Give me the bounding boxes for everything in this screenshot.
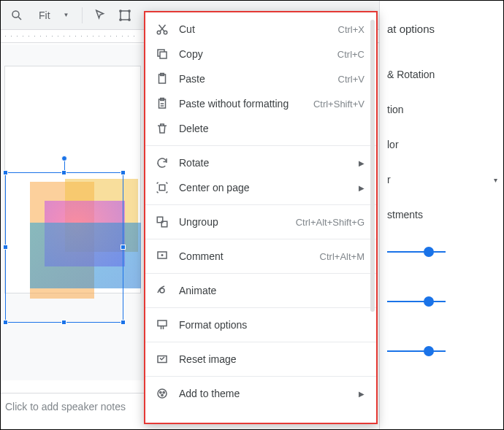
zoom-value: Fit [39,9,50,21]
submenu-arrow-icon: ▶ [359,390,364,398]
selection-outline[interactable] [5,172,123,323]
center-icon [156,181,169,194]
menu-item-paste[interactable]: PasteCtrl+V [145,66,376,91]
resize-handle-lm[interactable] [3,245,8,250]
paste-icon [156,72,169,85]
menu-item-label: Delete [179,123,364,134]
slide-canvas[interactable] [1,45,144,380]
menu-item-shortcut: Ctrl+Alt+Shift+G [296,217,364,228]
slider-thumb[interactable] [424,296,434,307]
select-tool-icon[interactable] [90,5,110,26]
copy-icon [156,47,169,61]
menu-item-label: Rotate [179,157,348,169]
option-label: tion [387,104,404,115]
menu-separator [145,376,376,377]
panel-title: at options [387,23,497,35]
rotate-icon [156,156,169,169]
svg-rect-16 [159,185,165,191]
reset-icon [156,353,169,366]
option-label: stments [387,209,423,220]
cut-icon [156,23,169,36]
menu-separator [145,342,376,342]
zoom-select[interactable]: Fit ▼ [31,5,75,26]
slider-3[interactable] [387,340,497,362]
svg-rect-2 [121,11,129,20]
option-position[interactable]: tion [387,92,497,127]
menu-item-label: Cut [179,23,328,35]
speaker-notes-placeholder: Click to add speaker notes [5,401,126,412]
submenu-arrow-icon: ▶ [359,184,364,192]
resize-handle-rm[interactable] [121,245,126,250]
menu-item-label: Paste without formatting [179,98,303,110]
zoom-icon[interactable] [7,5,27,26]
menu-item-comment[interactable]: CommentCtrl+Alt+M [145,244,376,269]
slider-thumb[interactable] [424,346,434,356]
theme-icon [156,387,169,400]
menu-item-shortcut: Ctrl+C [337,49,364,60]
menu-item-label: Comment [179,250,310,262]
menu-item-ungroup[interactable]: UngroupCtrl+Alt+Shift+G [145,210,376,234]
menu-separator [145,204,376,205]
menu-item-label: Animate [179,285,364,296]
menu-item-label: Paste [179,73,328,85]
option-label: & Rotation [387,69,435,80]
menu-separator [145,273,376,274]
menu-item-format-options[interactable]: Format options [145,312,376,337]
menu-item-reset-image[interactable]: Reset image [145,347,376,372]
ungroup-icon [156,215,169,229]
menu-separator [145,239,376,239]
resize-handle-br[interactable] [121,320,126,325]
menu-item-label: Reset image [179,353,364,365]
animate-icon [156,284,169,297]
menu-item-label: Add to theme [179,388,348,399]
svg-rect-11 [160,52,167,58]
format-icon [156,318,169,331]
menu-item-shortcut: Ctrl+Shift+V [313,99,364,110]
svg-point-23 [158,389,167,398]
option-recolor[interactable]: lor [387,127,497,162]
resize-handle-bl[interactable] [3,320,8,325]
option-label: lor [387,139,399,150]
menu-item-label: Format options [179,319,364,331]
svg-point-25 [163,391,164,393]
menu-item-paste-without-formatting[interactable]: Paste without formattingCtrl+Shift+V [145,91,376,116]
svg-line-1 [18,17,21,20]
menu-item-animate[interactable]: Animate [145,278,376,303]
format-options-panel: at options & Rotation tion lor r ▾ stmen… [379,1,503,430]
toolbar-divider [82,7,83,23]
slider-1[interactable] [387,241,497,263]
rotate-handle[interactable] [61,156,67,161]
option-color-select[interactable]: r ▾ [387,162,497,197]
scrollbar[interactable] [370,20,375,312]
resize-handle-bm[interactable] [61,320,66,325]
menu-item-copy[interactable]: CopyCtrl+C [145,42,376,66]
menu-item-label: Center on page [179,182,348,193]
menu-item-rotate[interactable]: Rotate▶ [145,150,376,175]
svg-point-0 [12,11,19,18]
slider-2[interactable] [387,291,497,312]
slider-thumb[interactable] [424,247,434,257]
context-menu: CutCtrl+XCopyCtrl+CPasteCtrl+VPaste with… [144,11,378,424]
option-size-rotation[interactable]: & Rotation [387,57,497,92]
textbox-tool-icon[interactable] [115,5,135,26]
menu-item-center-on-page[interactable]: Center on page▶ [145,175,376,200]
svg-point-26 [161,394,163,396]
menu-item-add-to-theme[interactable]: Add to theme▶ [145,381,376,406]
submenu-arrow-icon: ▶ [359,159,364,167]
menu-separator [145,307,376,308]
option-adjustments[interactable]: stments [387,197,497,232]
menu-item-delete[interactable]: Delete [145,116,376,141]
menu-separator [145,145,376,146]
menu-item-label: Ungroup [179,216,286,228]
chevron-down-icon: ▾ [494,176,497,184]
menu-item-shortcut: Ctrl+X [338,24,364,35]
svg-point-24 [160,391,161,393]
resize-handle-tm[interactable] [61,170,66,175]
resize-handle-tl[interactable] [3,170,8,175]
resize-handle-tr[interactable] [121,170,126,175]
menu-item-shortcut: Ctrl+Alt+M [320,251,364,262]
menu-item-shortcut: Ctrl+V [338,74,364,85]
svg-rect-21 [158,320,167,326]
menu-item-cut[interactable]: CutCtrl+X [145,17,376,42]
option-label: r [387,174,391,185]
